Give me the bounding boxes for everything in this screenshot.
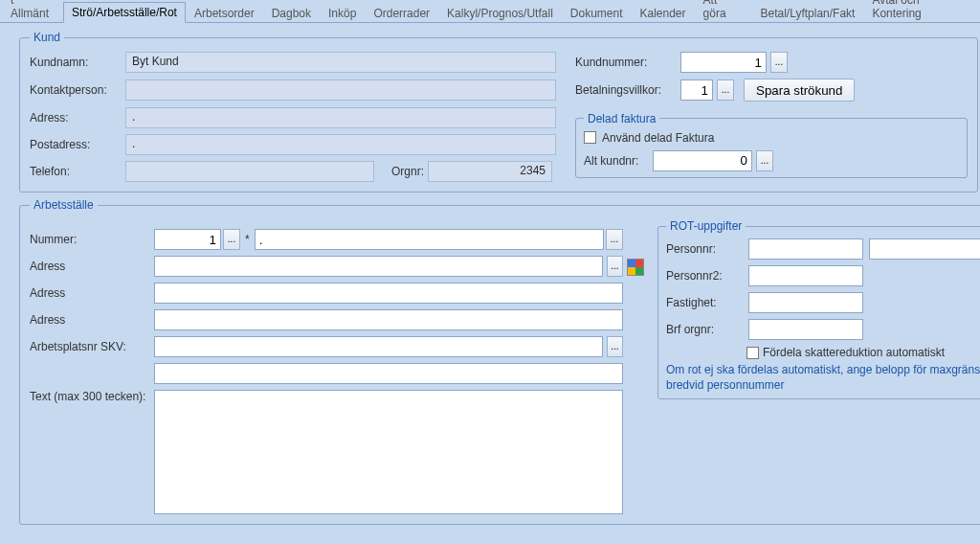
kund-group: Kund Kundnamn: Byt Kund Kundnummer: ... …	[19, 31, 978, 193]
nummer-lookup-button[interactable]: ...	[223, 229, 240, 250]
tab-att-gora[interactable]: Att göra	[695, 0, 752, 23]
arbetsplatsnr-skv-field[interactable]	[154, 336, 603, 357]
adress3-label: Adress	[30, 313, 154, 327]
nummer-extra-field[interactable]	[255, 229, 604, 250]
personnr2-label: Personnr2:	[666, 269, 743, 283]
fordela-checkbox[interactable]	[746, 347, 759, 359]
rot-group: ROT-uppgifter Personnr: Personnr2: Fasti…	[657, 219, 980, 399]
personnr-field[interactable]	[748, 238, 863, 260]
postadress-label: Postadress:	[30, 138, 125, 151]
arbetsstalle-legend: Arbetsställe	[30, 198, 98, 212]
personnr2-field[interactable]	[748, 265, 863, 286]
tab-dagbok[interactable]: Dagbok	[263, 3, 320, 23]
tab-dokument[interactable]: Dokument	[562, 3, 632, 23]
personnr-extra-field[interactable]	[869, 238, 980, 260]
anvand-delad-checkbox[interactable]	[584, 131, 596, 144]
adress1-label: Adress	[30, 260, 154, 273]
kundnummer-lookup-button[interactable]: ...	[770, 52, 788, 73]
kontaktperson-field	[125, 79, 556, 101]
text-field[interactable]	[154, 390, 623, 514]
nummer-separator: *	[242, 233, 253, 246]
adress-field: .	[125, 107, 556, 128]
delad-faktura-group: Delad faktura Använd delad Faktura Alt k…	[575, 112, 968, 178]
adress2-label: Adress	[30, 286, 154, 300]
nummer-label: Nummer:	[30, 233, 154, 246]
betalningsvillkor-field[interactable]	[680, 79, 713, 101]
tab-stro-arbetsstalle-rot[interactable]: Strö/Arbetsställe/Rot	[63, 2, 186, 23]
tab-bar: t Allmänt Strö/Arbetsställe/Rot Arbetsor…	[0, 0, 980, 23]
brf-orgnr-label: Brf orgnr:	[666, 323, 743, 336]
arbetsplatsnr-skv-label: Arbetsplatsnr SKV:	[30, 340, 154, 353]
fastighet-label: Fastighet:	[666, 296, 743, 309]
tab-allmant[interactable]: t Allmänt	[2, 0, 63, 23]
extra-field[interactable]	[154, 363, 623, 384]
kontaktperson-label: Kontaktperson:	[30, 83, 125, 97]
telefon-field	[125, 161, 374, 182]
alt-kundnr-label: Alt kundnr:	[584, 154, 649, 168]
tab-betal[interactable]: Betal/Lyftplan/Fakt	[751, 3, 863, 23]
brf-orgnr-field[interactable]	[748, 319, 863, 340]
nummer-extra-lookup-button[interactable]: ...	[606, 229, 623, 250]
alt-kundnr-lookup-button[interactable]: ...	[756, 150, 773, 171]
kundnummer-field[interactable]	[680, 52, 767, 73]
postadress-field: .	[125, 134, 556, 155]
tab-avtal[interactable]: Avtal och Kontering	[863, 0, 980, 23]
text-label: Text (max 300 tecken):	[30, 390, 154, 403]
anvand-delad-label: Använd delad Faktura	[602, 131, 714, 145]
tab-arbetsorder[interactable]: Arbetsorder	[186, 3, 263, 23]
betalningsvillkor-label: Betalningsvillkor:	[575, 83, 680, 97]
kundnummer-label: Kundnummer:	[575, 56, 680, 69]
rot-hint-text: Om rot ej ska fördelas automatiskt, ange…	[666, 363, 980, 393]
tab-inkop[interactable]: Inköp	[320, 3, 365, 23]
adress-label: Adress:	[30, 111, 125, 125]
kundnamn-field: Byt Kund	[125, 52, 556, 73]
betalningsvillkor-lookup-button[interactable]: ...	[717, 79, 734, 101]
nummer-field[interactable]	[154, 229, 221, 250]
personnr-label: Personnr:	[666, 242, 743, 256]
adress1-field[interactable]	[154, 256, 603, 277]
tab-kalkyl[interactable]: Kalkyl/Prognos/Utfall	[438, 3, 562, 23]
map-icon[interactable]	[627, 259, 644, 276]
spara-strokund-button[interactable]: Spara strökund	[744, 79, 855, 102]
kund-legend: Kund	[30, 31, 64, 44]
alt-kundnr-field[interactable]	[653, 150, 752, 171]
rot-legend: ROT-uppgifter	[666, 219, 746, 233]
fastighet-field[interactable]	[748, 292, 863, 313]
adress1-lookup-button[interactable]: ...	[607, 256, 623, 277]
adress3-field[interactable]	[154, 309, 623, 330]
orgnr-label: Orgnr:	[378, 165, 424, 178]
adress2-field[interactable]	[154, 283, 623, 304]
tab-orderrader[interactable]: Orderrader	[365, 3, 438, 23]
telefon-label: Telefon:	[30, 165, 125, 178]
orgnr-field: 2345	[428, 161, 552, 182]
skv-lookup-button[interactable]: ...	[607, 336, 623, 357]
kundnamn-label: Kundnamn:	[30, 56, 125, 69]
fordela-label: Fördela skattereduktion automatiskt	[763, 346, 945, 359]
delad-faktura-legend: Delad faktura	[584, 112, 659, 125]
arbetsstalle-group: Arbetsställe Nummer: ... * ... Adress ..…	[19, 198, 980, 525]
tab-kalender[interactable]: Kalender	[632, 3, 695, 23]
